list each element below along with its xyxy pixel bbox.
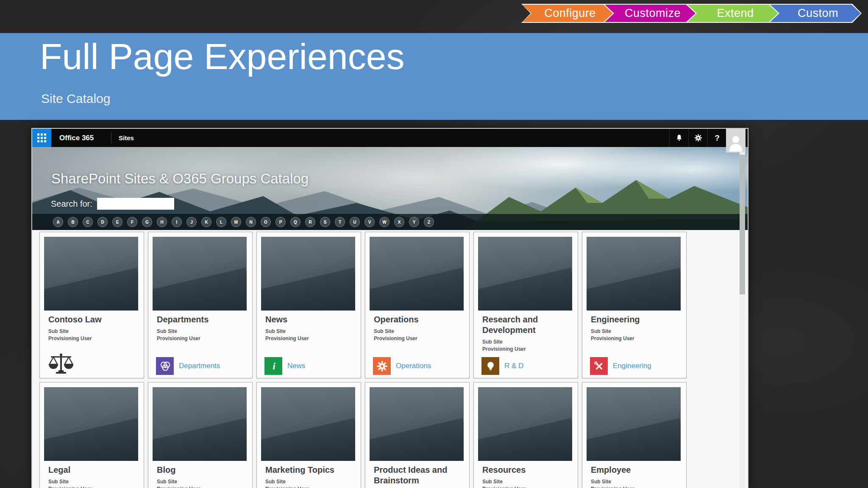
site-card[interactable]: Employee Sub Site Provisioning User [582,382,687,488]
site-owner: Provisioning User [157,335,247,342]
site-logo: Departments [156,357,220,375]
alpha-filter-O[interactable]: O [261,217,271,227]
user-avatar[interactable] [726,129,746,152]
site-title: Legal [48,465,139,475]
site-title: Resources [482,465,573,475]
alpha-filter-F[interactable]: F [127,217,137,227]
site-thumbnail [261,237,355,311]
alpha-filter-P[interactable]: P [275,217,286,227]
alpha-filter-X[interactable]: X [394,217,404,227]
alpha-filter-Q[interactable]: Q [290,217,300,227]
site-logo-label: Engineering [613,362,651,370]
catalog-title: SharePoint Sites & O365 Groups Catalog [51,171,309,187]
site-type: Sub Site [482,478,573,485]
site-card[interactable]: Resources Sub Site Provisioning User [473,382,578,488]
alpha-filter-Y[interactable]: Y [409,217,419,227]
arrow-configure[interactable]: Configure [521,4,614,23]
card-row-1: Contoso Law Sub Site Provisioning User D… [39,232,687,378]
alpha-filter-Z[interactable]: Z [424,217,434,227]
site-thumbnail [478,237,572,311]
notifications-bell-icon[interactable] [669,129,688,147]
alpha-filter-E[interactable]: E [112,217,122,227]
alpha-filter-H[interactable]: H [157,217,167,227]
site-owner: Provisioning User [482,485,573,488]
alpha-filter-I[interactable]: I [172,217,182,227]
site-thumbnail [370,237,464,311]
page-scrollbar[interactable] [740,147,745,488]
site-title: Blog [157,465,247,475]
alpha-filter-S[interactable]: S [320,217,330,227]
bulb-icon [481,357,499,375]
site-card[interactable]: Marketing Topics Sub Site Provisioning U… [256,382,361,488]
alpha-filter-J[interactable]: J [186,217,197,227]
site-logo-label: Departments [179,362,220,370]
alpha-filter-W[interactable]: W [379,217,389,227]
arrow-extend[interactable]: Extend [687,4,779,23]
alpha-filter-M[interactable]: M [231,217,241,227]
site-thumbnail [587,237,681,311]
alpha-filter-R[interactable]: R [305,217,315,227]
site-logo: Operations [373,357,431,375]
alpha-filter-D[interactable]: D [97,217,108,227]
catalog-hero-banner: SharePoint Sites & O365 Groups Catalog S… [32,147,748,230]
site-owner: Provisioning User [48,335,139,342]
alpha-filter-G[interactable]: G [142,217,152,227]
site-logo-label: News [287,362,306,370]
site-title: Departments [157,314,247,325]
site-card[interactable]: Engineering Sub Site Provisioning User E… [582,232,687,378]
alpha-filter-B[interactable]: B [68,217,78,227]
office365-brand[interactable]: Office 365 [59,129,94,147]
alpha-filter-U[interactable]: U [350,217,360,227]
site-title: Engineering [591,314,681,325]
site-card[interactable]: Product Ideas and Brainstorm Sub Site Pr… [365,382,470,488]
site-type: Sub Site [265,328,356,335]
site-card[interactable]: Legal Sub Site Provisioning User [39,382,144,488]
arrow-customize[interactable]: Customize [604,4,696,23]
site-title: Employee [591,465,681,475]
site-owner: Provisioning User [157,485,247,488]
site-type: Sub Site [374,328,464,335]
gear-icon [373,357,391,375]
app-launcher-button[interactable] [32,129,51,147]
site-thumbnail [478,387,572,461]
alpha-filter-L[interactable]: L [216,217,226,227]
site-card[interactable]: Contoso Law Sub Site Provisioning User [39,232,144,378]
site-logo-label: Operations [396,362,431,370]
card-row-2: Legal Sub Site Provisioning User Blog Su… [39,382,687,488]
alpha-filter-C[interactable]: C [83,217,93,227]
alpha-filter-A[interactable]: A [53,217,63,227]
alpha-filter-V[interactable]: V [364,217,375,227]
scrollbar-thumb[interactable] [740,155,745,294]
slide-title-banner: Full Page Experiences Site Catalog [0,33,868,120]
alpha-filter-N[interactable]: N [246,217,256,227]
site-type: Sub Site [48,478,139,485]
site-title: Research and Development [482,314,573,336]
arrow-label: Extend [687,4,779,23]
site-thumbnail [153,237,247,311]
arrow-label: Custom [769,4,862,23]
slide-title: Full Page Experiences [40,36,404,78]
site-card[interactable]: News Sub Site Provisioning User News [256,232,361,378]
search-input[interactable] [97,198,174,210]
site-card[interactable]: Blog Sub Site Provisioning User [148,382,253,488]
site-card[interactable]: Research and Development Sub Site Provis… [473,232,578,378]
site-logo [47,353,75,375]
slide-canvas: Configure Customize Extend Custom Full P… [0,0,868,488]
site-logo-label: R & D [504,362,523,370]
person-icon [728,134,744,152]
site-card[interactable]: Departments Sub Site Provisioning User D… [148,232,253,378]
sites-nav-link[interactable]: Sites [119,129,134,147]
arrow-custom[interactable]: Custom [769,4,862,23]
site-card[interactable]: Operations Sub Site Provisioning User Op… [365,232,470,378]
alpha-filter-T[interactable]: T [335,217,345,227]
site-title: Marketing Topics [265,465,356,475]
alpha-filter-K[interactable]: K [201,217,211,227]
office365-suite-bar: Office 365 Sites ? [32,129,748,147]
help-icon[interactable]: ? [707,129,726,147]
settings-gear-icon[interactable] [688,129,707,147]
scales-of-justice-icon [47,353,75,375]
site-title: Product Ideas and Brainstorm [374,465,464,486]
site-owner: Provisioning User [48,485,139,488]
site-thumbnail [587,387,681,461]
site-owner: Provisioning User [591,485,681,488]
